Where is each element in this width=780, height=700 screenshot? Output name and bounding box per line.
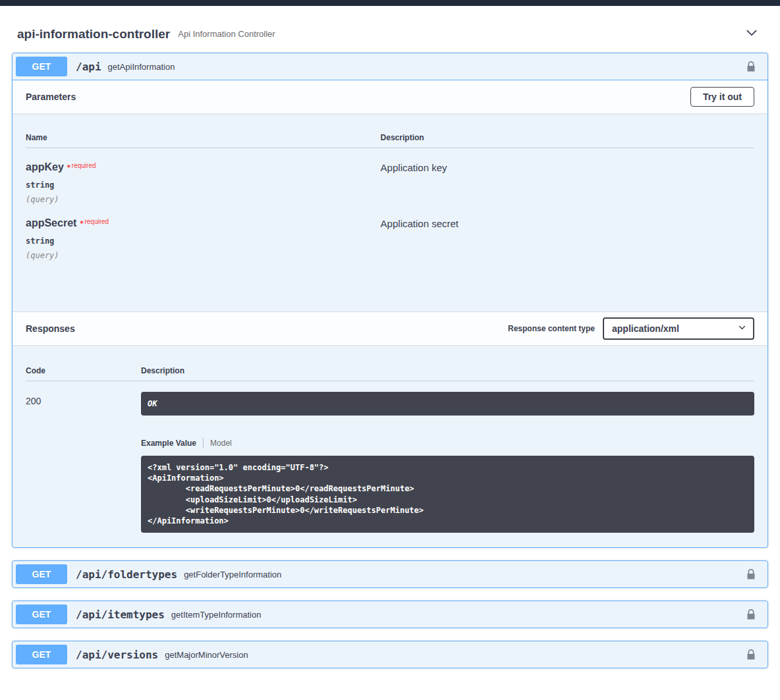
responses-table-head: Code Description <box>26 360 754 381</box>
chevron-down-icon <box>738 323 746 334</box>
method-badge: GET <box>16 57 67 76</box>
parameter-description: Application secret <box>381 217 754 260</box>
operation-path: /api/versions <box>76 649 158 661</box>
tag-subtitle: Api Information Controller <box>178 29 275 39</box>
responses-header: Responses Response content type applicat… <box>13 311 767 345</box>
parameter-location: (query) <box>26 251 381 260</box>
parameter-row-appkey: appKey*required string (query) Applicati… <box>26 148 754 204</box>
parameter-type: string <box>26 180 381 190</box>
parameter-name-cell: appSecret*required string (query) <box>26 217 381 260</box>
operation-summary-text: getMajorMinorVersion <box>165 650 248 660</box>
lock-icon <box>744 653 758 663</box>
authorization-button[interactable] <box>744 608 758 621</box>
column-header-description: Description <box>381 133 754 142</box>
response-content-type-group: Response content type application/xml <box>508 317 754 340</box>
response-content-type-label: Response content type <box>508 324 595 333</box>
response-content-type-select[interactable]: application/xml <box>603 317 754 340</box>
parameter-location: (query) <box>26 195 381 204</box>
responses-table: Code Description 200 OK Example Value Mo… <box>13 345 767 547</box>
operation-path: /api/itemtypes <box>76 608 165 621</box>
parameters-title: Parameters <box>26 92 690 102</box>
required-star: * <box>67 163 70 173</box>
operation-summary[interactable]: GET /api/itemtypes getItemTypeInformatio… <box>13 601 767 628</box>
authorization-button[interactable] <box>744 60 758 73</box>
response-code: 200 <box>26 392 141 533</box>
tab-example-value[interactable]: Example Value <box>141 439 196 448</box>
required-label: required <box>84 218 109 225</box>
method-badge: GET <box>16 564 67 584</box>
operation-summary-text: getItemTypeInformation <box>171 610 262 620</box>
parameters-table-head: Name Description <box>26 126 754 148</box>
column-header-description: Description <box>141 366 754 375</box>
operation-summary-text: getFolderTypeInformation <box>184 570 281 579</box>
chevron-down-icon <box>744 32 759 42</box>
method-badge: GET <box>16 605 67 624</box>
responses-title: Responses <box>26 323 508 334</box>
response-description: OK <box>141 392 754 416</box>
operation-get-api: GET /api getApiInformation Parameters Tr… <box>12 53 768 548</box>
operation-summary[interactable]: GET /api getApiInformation <box>13 53 767 80</box>
response-description-cell: OK Example Value Model <?xml version="1.… <box>141 392 754 533</box>
parameter-name: appKey <box>26 161 64 173</box>
try-it-out-button[interactable]: Try it out <box>690 87 754 107</box>
parameter-description: Application key <box>381 161 754 204</box>
operation-summary[interactable]: GET /api/foldertypes getFolderTypeInform… <box>13 561 767 587</box>
lock-icon <box>744 65 758 75</box>
parameter-type: string <box>26 236 381 246</box>
column-header-name: Name <box>26 133 381 142</box>
required-star: * <box>80 219 83 229</box>
parameters-header: Parameters Try it out <box>13 80 767 113</box>
tag-section-header[interactable]: api-information-controller Api Informati… <box>12 6 768 53</box>
lock-icon <box>744 573 758 583</box>
swagger-content: api-information-controller Api Informati… <box>0 6 780 700</box>
operation-get-api-itemtypes: GET /api/itemtypes getItemTypeInformatio… <box>12 601 768 628</box>
tab-divider <box>203 438 204 448</box>
response-row-200: 200 OK Example Value Model <?xml version… <box>26 381 754 533</box>
topbar <box>0 0 780 6</box>
operation-summary[interactable]: GET /api/versions getMajorMinorVersion <box>13 641 767 668</box>
operation-summary-text: getApiInformation <box>108 62 175 72</box>
response-content-type-value: application/xml <box>612 323 679 334</box>
parameter-row-appsecret: appSecret*required string (query) Applic… <box>26 204 754 260</box>
operation-get-api-foldertypes: GET /api/foldertypes getFolderTypeInform… <box>12 560 768 588</box>
parameter-name-cell: appKey*required string (query) <box>26 161 381 204</box>
lock-icon <box>744 613 758 623</box>
example-value-code-block: <?xml version="1.0" encoding="UTF-8"?> <… <box>141 456 754 533</box>
tab-model[interactable]: Model <box>210 439 232 448</box>
collapse-section-button[interactable] <box>740 26 763 42</box>
model-example-tabs: Example Value Model <box>141 438 754 448</box>
required-label: required <box>72 162 96 169</box>
method-badge: GET <box>16 645 67 664</box>
operation-path: /api/foldertypes <box>76 568 177 581</box>
authorization-button[interactable] <box>744 568 758 581</box>
tag-title: api-information-controller <box>17 27 170 41</box>
parameter-name: appSecret <box>26 217 76 229</box>
operation-get-api-versions: GET /api/versions getMajorMinorVersion <box>12 641 768 668</box>
operation-path: /api <box>76 61 101 73</box>
authorization-button[interactable] <box>744 648 758 661</box>
column-header-code: Code <box>26 366 141 375</box>
parameters-table: Name Description appKey*required string … <box>13 113 767 311</box>
